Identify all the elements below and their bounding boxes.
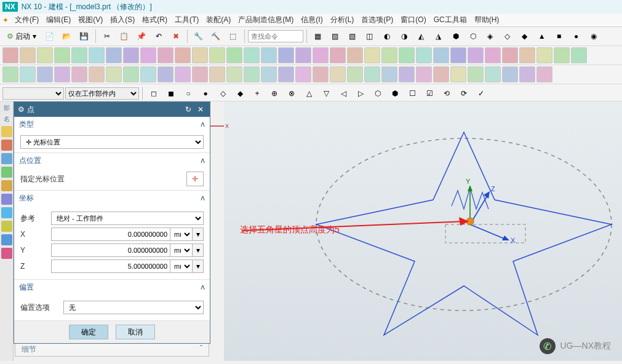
modeling-icon[interactable] [330, 66, 346, 82]
tab-part[interactable]: 部 [4, 104, 10, 113]
feature-icon[interactable] [381, 47, 397, 63]
modeling-icon[interactable] [157, 66, 173, 82]
selection-icon[interactable]: ● [197, 85, 213, 101]
dialog-close-icon[interactable]: ✕ [195, 104, 206, 115]
feature-icon[interactable] [106, 47, 122, 63]
feature-icon[interactable] [485, 47, 501, 63]
selection-icon[interactable]: ⬢ [387, 85, 403, 101]
selection-icon[interactable]: ⟲ [439, 85, 455, 101]
tool-icon[interactable]: ⬚ [225, 28, 241, 44]
section-type-header[interactable]: 类型ʌ [14, 117, 210, 132]
feature-icon[interactable] [330, 47, 346, 63]
selection-icon[interactable]: ⟳ [456, 85, 472, 101]
type-selector[interactable]: ✛ 光标位置 [20, 135, 204, 149]
scope-selector[interactable]: 仅在工作部件内 [65, 87, 139, 100]
assembly-selector[interactable] [2, 87, 64, 100]
offset-selector[interactable]: 无 [63, 301, 204, 314]
paste-icon[interactable]: 📌 [134, 28, 150, 44]
menu-gctoolbox[interactable]: GC工具箱 [430, 15, 471, 25]
x-input[interactable] [51, 228, 170, 241]
modeling-icon[interactable] [261, 66, 277, 82]
view-icon[interactable]: ◮ [431, 28, 447, 44]
menu-tools[interactable]: 工具(T) [171, 15, 202, 25]
feature-icon[interactable] [2, 47, 18, 63]
feature-icon[interactable] [226, 47, 242, 63]
view-icon[interactable]: ◆ [517, 28, 533, 44]
nav-icon[interactable] [1, 221, 12, 232]
feature-icon[interactable] [261, 47, 277, 63]
dialog-titlebar[interactable]: ⚙ 点 ↻ ✕ [14, 102, 210, 117]
modeling-icon[interactable] [192, 66, 208, 82]
gear-icon[interactable]: ⚙ [18, 105, 25, 114]
selection-icon[interactable]: ☑ [421, 85, 437, 101]
delete-icon[interactable]: ✖ [168, 28, 184, 44]
feature-icon[interactable] [468, 47, 484, 63]
selection-icon[interactable]: △ [301, 85, 317, 101]
menu-edit[interactable]: 编辑(E) [42, 15, 74, 25]
modeling-icon[interactable] [140, 66, 156, 82]
cube-icon[interactable]: ▦ [310, 28, 326, 44]
modeling-icon[interactable] [381, 66, 397, 82]
menu-view[interactable]: 视图(V) [74, 15, 106, 25]
selection-icon[interactable]: ◇ [215, 85, 231, 101]
modeling-icon[interactable] [123, 66, 139, 82]
menu-preferences[interactable]: 首选项(P) [357, 15, 397, 25]
feature-icon[interactable] [399, 47, 415, 63]
menu-info[interactable]: 信息(I) [297, 15, 326, 25]
cancel-button[interactable]: 取消 [116, 325, 155, 339]
cut-icon[interactable]: ✂ [99, 28, 115, 44]
ref-selector[interactable]: 绝对 - 工作部件 [51, 212, 204, 225]
modeling-icon[interactable] [502, 66, 518, 82]
undo-icon[interactable]: ↶ [151, 28, 167, 44]
tab-detail[interactable]: 细节ˇ [15, 342, 209, 357]
tool-icon[interactable]: 🔨 [208, 28, 224, 44]
y-dropdown-icon[interactable]: ▾ [193, 243, 204, 257]
feature-icon[interactable] [347, 47, 363, 63]
selection-icon[interactable]: ◆ [232, 85, 248, 101]
menu-icon[interactable]: ✦ [2, 16, 9, 25]
x-dropdown-icon[interactable]: ▾ [193, 228, 204, 241]
view-icon[interactable]: ◉ [586, 28, 602, 44]
view-icon[interactable]: ⬢ [448, 28, 464, 44]
menu-analysis[interactable]: 分析(L) [327, 15, 358, 25]
modeling-icon[interactable] [37, 66, 53, 82]
modeling-icon[interactable] [295, 66, 311, 82]
copy-icon[interactable]: 📋 [116, 28, 132, 44]
feature-icon[interactable] [192, 47, 208, 63]
menu-assembly[interactable]: 装配(A) [202, 15, 234, 25]
view-icon[interactable]: ◇ [500, 28, 516, 44]
modeling-icon[interactable] [536, 66, 552, 82]
view-icon[interactable]: ⬡ [465, 28, 481, 44]
modeling-icon[interactable] [519, 66, 535, 82]
menu-pmi[interactable]: 产品制造信息(M) [234, 15, 297, 25]
tool-icon[interactable]: 🔧 [191, 28, 207, 44]
nav-icon[interactable] [1, 248, 12, 259]
modeling-icon[interactable] [226, 66, 242, 82]
x-unit[interactable]: mm [170, 228, 193, 241]
modeling-icon[interactable] [54, 66, 70, 82]
tab-name[interactable]: 名 [4, 115, 10, 124]
feature-icon[interactable] [364, 47, 380, 63]
start-button[interactable]: ⚙ 启动 ▾ [2, 28, 41, 44]
modeling-icon[interactable] [364, 66, 380, 82]
feature-icon[interactable] [571, 47, 587, 63]
feature-icon[interactable] [295, 47, 311, 63]
feature-icon[interactable] [244, 47, 260, 63]
cube-icon[interactable]: ◫ [362, 28, 378, 44]
feature-icon[interactable] [313, 47, 329, 63]
view-icon[interactable]: ● [568, 28, 584, 44]
feature-icon[interactable] [175, 47, 191, 63]
modeling-icon[interactable] [175, 66, 191, 82]
z-dropdown-icon[interactable]: ▾ [193, 259, 204, 273]
modeling-icon[interactable] [20, 66, 36, 82]
modeling-icon[interactable] [71, 66, 87, 82]
menu-file[interactable]: 文件(F) [11, 15, 42, 25]
feature-icon[interactable] [89, 47, 105, 63]
view-icon[interactable]: ◑ [396, 28, 412, 44]
pick-point-button[interactable]: ✛ [186, 172, 204, 186]
nav-icon[interactable] [1, 234, 12, 245]
modeling-icon[interactable] [209, 66, 225, 82]
feature-icon[interactable] [37, 47, 53, 63]
feature-icon[interactable] [519, 47, 535, 63]
menu-window[interactable]: 窗口(O) [397, 15, 429, 25]
